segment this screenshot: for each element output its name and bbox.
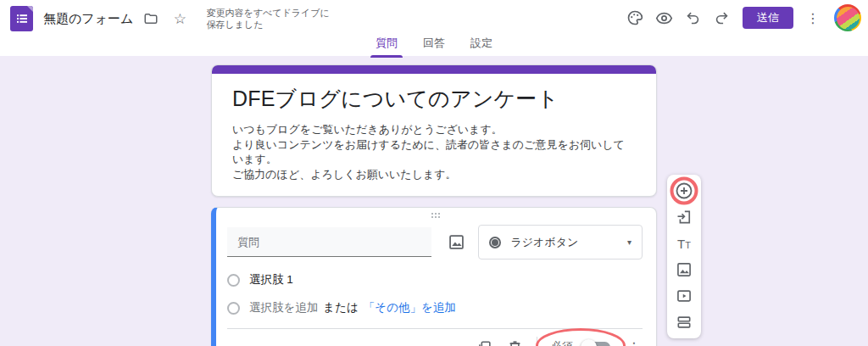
add-option-row: 選択肢を追加 または 「その他」を追加 <box>216 300 656 315</box>
drag-handle[interactable] <box>431 213 442 220</box>
question-type-dropdown[interactable]: ラジオボタン ▾ <box>478 225 643 260</box>
option-radio-icon <box>227 302 240 315</box>
question-footer: 必須 ⋮ <box>216 329 656 346</box>
chevron-down-icon: ▾ <box>627 237 632 247</box>
top-bar-row: 無題のフォーム ☆ 変更内容をすべてドライブに 保存しました <box>0 0 868 34</box>
option-radio-icon <box>227 274 240 287</box>
save-status-text: 変更内容をすべてドライブに 保存しました <box>206 7 329 31</box>
tab-settings[interactable]: 設定 <box>469 34 494 56</box>
required-toggle[interactable] <box>583 342 610 346</box>
send-button[interactable]: 送信 <box>743 7 793 29</box>
add-section-icon[interactable] <box>674 312 694 332</box>
question-card[interactable]: ラジオボタン ▾ 選択肢 1 選択肢を追加 または 「その他」を追加 <box>211 207 657 346</box>
account-avatar[interactable] <box>834 4 861 31</box>
question-overflow-icon[interactable]: ⋮ <box>622 335 646 346</box>
question-title-input[interactable] <box>227 227 431 257</box>
theme-color-strip <box>212 65 656 74</box>
add-question-icon[interactable] <box>674 181 694 201</box>
tab-questions[interactable]: 質問 <box>374 34 399 56</box>
question-type-label: ラジオボタン <box>510 235 578 250</box>
add-other-link[interactable]: 「その他」を追加 <box>364 300 456 315</box>
tab-responses[interactable]: 回答 <box>421 34 447 56</box>
add-title-icon[interactable]: TT <box>674 233 694 254</box>
add-option-link[interactable]: 選択肢を追加 <box>249 300 318 315</box>
toggle-knob <box>581 339 597 346</box>
preview-eye-icon[interactable] <box>649 3 678 32</box>
add-video-icon[interactable] <box>674 286 694 306</box>
form-editor-area: DFEブログについてのアンケート いつもブログをご覧いただきありがとうございます… <box>0 56 868 346</box>
form-column: DFEブログについてのアンケート いつもブログをご覧いただきありがとうございます… <box>211 56 657 346</box>
redo-icon[interactable] <box>707 3 736 32</box>
option1-label[interactable]: 選択肢 1 <box>249 272 293 287</box>
form-title-text[interactable]: DFEブログについてのアンケート <box>212 74 656 113</box>
floating-toolbar: TT <box>667 175 701 338</box>
view-tabs: 質問 回答 設定 <box>0 34 868 56</box>
or-text: または <box>323 300 358 315</box>
import-questions-icon[interactable] <box>674 207 694 227</box>
undo-icon[interactable] <box>678 3 707 32</box>
required-label: 必須 <box>551 339 573 346</box>
move-to-folder-icon[interactable] <box>140 8 162 30</box>
google-forms-logo-icon[interactable] <box>10 6 33 31</box>
add-image-toolbar-icon[interactable] <box>674 260 694 280</box>
radio-button-type-icon <box>489 237 501 248</box>
form-description-text[interactable]: いつもブログをご覧いただきありがとうございます。 より良いコンテンツをお届けする… <box>212 113 656 196</box>
add-image-icon[interactable] <box>446 232 468 254</box>
required-control: 必須 <box>546 336 615 346</box>
vertical-divider <box>537 337 537 346</box>
delete-trash-icon[interactable] <box>503 335 526 346</box>
form-title-field[interactable]: 無題のフォーム <box>43 11 133 27</box>
form-header-card[interactable]: DFEブログについてのアンケート いつもブログをご覧いただきありがとうございます… <box>211 64 657 197</box>
top-bar: 無題のフォーム ☆ 変更内容をすべてドライブに 保存しました <box>0 0 868 56</box>
star-icon[interactable]: ☆ <box>169 8 191 30</box>
avatar-image <box>837 7 860 30</box>
overflow-menu-icon[interactable]: ⋮ <box>798 3 827 32</box>
duplicate-icon[interactable] <box>472 335 496 346</box>
theme-palette-icon[interactable] <box>620 3 649 32</box>
top-bar-actions: 送信 ⋮ <box>620 3 861 32</box>
option-row-1: 選択肢 1 <box>216 272 656 287</box>
